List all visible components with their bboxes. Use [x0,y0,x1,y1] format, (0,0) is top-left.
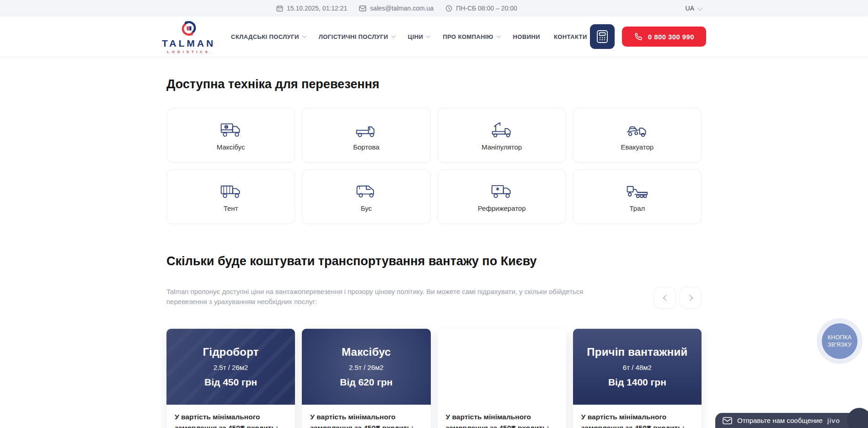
logo-name: TALMAN [162,38,215,49]
clock-icon [445,5,452,12]
price-card-hydroboard[interactable]: Гідроборт 2.5т / 26м2 Від 450 грн У варт… [166,329,295,428]
vehicle-label: Евакуатор [621,143,654,151]
datetime: 15.10.2025, 01:12:21 [276,5,347,12]
page: 15.10.2025, 01:12:21 sales@talman.com.ua… [0,0,868,428]
vehicle-label: Маніпулятор [482,143,522,151]
vehicle-label: Трал [629,204,645,212]
nav-item-logistics-services[interactable]: ЛОГІСТИЧНІ ПОСЛУГИ [319,33,394,40]
price-card-spec: 1 людина [487,364,517,371]
vehicle-label: Тент [224,204,238,212]
price-card-image: Максібус 2.5т / 26м2 Від 620 грн [302,329,430,405]
vehicle-label: Бус [361,204,372,212]
chat-message: Отправьте нам сообщение [737,417,823,424]
price-card-movers[interactable]: Вантажники 1 людина Від 240 грн У вартіс… [438,329,566,428]
price-card-spec: 2.5т / 26м2 [214,364,248,371]
price-card-spec: 2.5т / 26м2 [349,364,384,371]
refrigerator-truck-icon [490,182,514,200]
chat-envelope-icon [723,417,732,424]
price-card-title: Максібус [342,346,391,358]
nav-item-contacts[interactable]: КОНТАКТИ [554,33,587,40]
email-text: sales@talman.com.ua [370,5,434,12]
calendar-icon [276,5,283,12]
price-card-cargo-trailer[interactable]: Причіп вантажний 6т / 48м2 Від 1400 грн … [573,329,702,428]
vehicle-card-flatbed[interactable]: Бортова [302,108,430,163]
logo-tagline: LOGISTICS [167,50,210,54]
envelope-icon [359,5,366,11]
calculator-icon [596,30,608,43]
nav-item-warehouse-services[interactable]: СКЛАДСЬКІ ПОСЛУГИ [231,33,305,40]
phone-number: 0 800 300 990 [648,33,694,41]
vehicle-label: Рефрижератор [478,204,526,212]
chevron-down-icon [697,5,703,11]
chevron-down-icon [391,33,396,38]
nav-item-prices[interactable]: ЦІНИ [408,33,429,40]
chat-widget-circle [847,408,868,428]
vehicle-card-refrigerator[interactable]: Рефрижератор [438,169,566,224]
price-card-price: Від 450 грн [204,377,257,388]
chat-brand-jivo: jivo [827,417,840,424]
logo[interactable]: TALMAN LOGISTICS [162,20,215,54]
lowloader-truck-icon [625,182,649,200]
price-card-image: Вантажники 1 людина Від 240 грн [438,329,566,405]
price-card-title: Гідроборт [203,346,259,358]
price-card-title: Причіп вантажний [587,346,687,358]
vehicle-card-van[interactable]: Бус [302,169,430,224]
header: TALMAN LOGISTICS СКЛАДСЬКІ ПОСЛУГИ ЛОГІС… [0,16,868,57]
price-card-includes: У вартість мінімального замовлення за 45… [302,405,430,428]
vehicle-card-tow[interactable]: Евакуатор [573,108,702,163]
price-card-price: Від 240 грн [475,377,528,388]
phone-icon [634,32,643,41]
language-selector[interactable]: UA [673,5,702,12]
vehicle-card-tent[interactable]: Тент [166,169,295,224]
price-cards: Гідроборт 2.5т / 26м2 Від 450 грн У варт… [166,329,702,428]
tow-truck-icon [625,120,649,139]
price-card-image: Причіп вантажний 6т / 48м2 Від 1400 грн [573,329,702,405]
nav-item-about[interactable]: ПРО КОМПАНІЮ [443,33,499,40]
callback-button[interactable]: КНОПКА ЗВ'ЯЗКУ [817,318,863,364]
price-card-image: Гідроборт 2.5т / 26м2 Від 450 грн [166,329,295,405]
tent-truck-icon [219,182,243,200]
chevron-right-icon [687,295,693,301]
price-card-spec: 6т / 48м2 [623,364,652,371]
maxibus-truck-icon [219,120,243,139]
language-code: UA [686,5,694,12]
flatbed-truck-icon [354,120,378,139]
chevron-left-icon [663,295,669,301]
callback-label-line1: КНОПКА [828,334,852,341]
chevron-down-icon [426,33,431,38]
price-card-price: Від 1400 грн [608,377,666,388]
vehicle-card-crane[interactable]: Маніпулятор [438,108,566,163]
crane-truck-icon [490,120,514,139]
datetime-text: 15.10.2025, 01:12:21 [287,5,347,12]
vehicle-label: Максібус [217,143,245,151]
topbar: 15.10.2025, 01:12:21 sales@talman.com.ua… [0,0,868,16]
carousel-next-button[interactable] [680,287,702,309]
chevron-down-icon [496,33,501,38]
price-card-includes: У вартість мінімального замовлення за 45… [438,405,566,428]
logo-emblem-icon [180,20,198,37]
working-hours: ПН-СБ 08:00 – 20:00 [445,5,517,12]
vehicle-card-maxibus[interactable]: Максібус [166,108,295,163]
price-card-includes: У вартість мінімального замовлення за 45… [166,405,295,428]
callback-label-line2: ЗВ'ЯЗКУ [828,341,852,348]
vehicle-label: Бортова [353,143,379,151]
van-icon [354,182,378,200]
price-card-includes: У вартість мінімального замовлення за 45… [573,405,702,428]
vehicles-grid: Максібус Бортова Маніпулятор [166,108,702,224]
topbar-info: 15.10.2025, 01:12:21 sales@talman.com.ua… [276,5,517,12]
calculator-button[interactable] [590,24,615,49]
price-card-title: Вантажники [468,346,535,358]
email[interactable]: sales@talman.com.ua [359,5,434,12]
main-nav: СКЛАДСЬКІ ПОСЛУГИ ЛОГІСТИЧНІ ПОСЛУГИ ЦІН… [231,33,587,40]
carousel-prev-button[interactable] [654,287,676,309]
vehicles-section-title: Доступна техніка для перевезення [166,57,702,91]
pricing-section-title: Скільки буде коштувати транспортування в… [166,254,702,268]
chat-widget[interactable]: Отправьте нам сообщение jivo [715,413,868,428]
vehicle-card-lowloader[interactable]: Трал [573,169,702,224]
price-card-maxibus[interactable]: Максібус 2.5т / 26м2 Від 620 грн У варті… [302,329,430,428]
price-card-price: Від 620 грн [340,377,392,388]
chevron-down-icon [302,33,306,38]
nav-item-news[interactable]: НОВИНИ [513,33,540,40]
phone-button[interactable]: 0 800 300 990 [622,27,706,47]
carousel-arrows [654,287,702,309]
